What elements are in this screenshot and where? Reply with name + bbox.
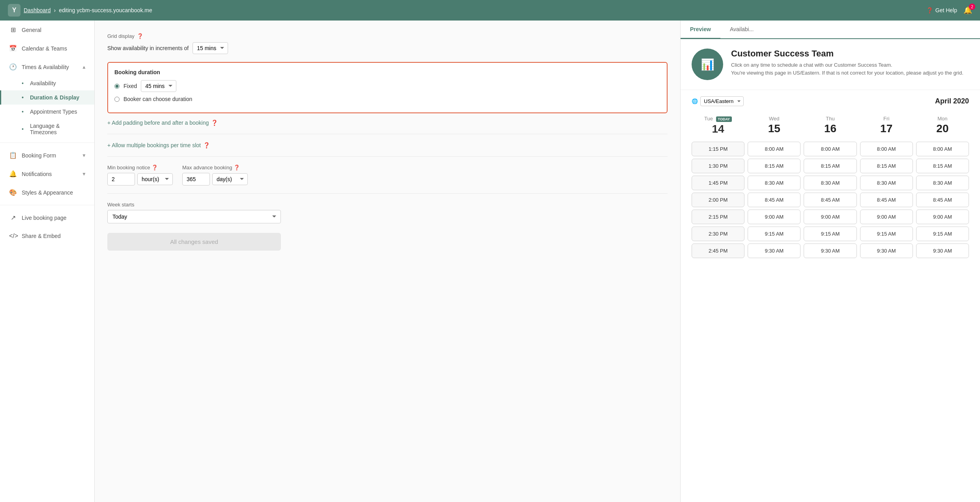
sidebar-sub-label: Duration & Display [30,94,79,101]
timezone-select[interactable]: USA/Eastern [700,96,744,106]
add-padding-help-icon[interactable]: ❓ [211,120,218,126]
time-slot[interactable]: 8:45 AM [748,193,800,207]
time-slot[interactable]: 8:45 AM [860,193,913,207]
calendar-header: 🌐 USA/Eastern April 2020 [681,90,980,112]
fixed-radio[interactable] [114,84,120,89]
sidebar-item-label: Booking Form [22,152,56,159]
grid-increment-select[interactable]: 15 mins 5 mins 10 mins 20 mins 30 mins 4… [193,42,228,54]
time-slot[interactable]: 1:45 PM [692,176,744,190]
sidebar-item-duration-display[interactable]: Duration & Display [0,90,94,105]
topnav-logo[interactable]: Y [8,4,21,17]
day-header-0: Tue TODAY 14 [692,112,744,139]
time-slot[interactable]: 8:30 AM [916,176,969,190]
sidebar-item-language-timezones[interactable]: Language & Timezones [0,119,94,139]
sidebar-item-calendar-teams[interactable]: 📅 Calendar & Teams [0,39,94,58]
breadcrumb-dashboard[interactable]: Dashboard [24,7,51,13]
time-slot[interactable]: 9:15 AM [916,227,969,241]
chevron-down-icon: ▼ [82,171,86,177]
max-advance-input[interactable] [182,173,210,185]
sidebar-item-availability[interactable]: Availability [0,76,94,90]
time-slot[interactable]: 2:00 PM [692,193,744,207]
week-starts-select[interactable]: Today Sunday Monday Tuesday Wednesday Th… [107,210,281,223]
calendar-cols: 1:15 PM 1:30 PM 1:45 PM 2:00 PM 2:15 PM … [692,142,969,258]
time-slot[interactable]: 9:30 AM [860,244,913,258]
time-slot[interactable]: 9:15 AM [804,227,857,241]
time-slot[interactable]: 8:15 AM [916,159,969,173]
team-name: Customer Success Team [731,49,963,59]
preview-panel: Preview Availabi... 📊 Customer Success T… [680,21,980,502]
time-slot[interactable]: 8:00 AM [916,142,969,156]
fixed-label: Fixed [123,83,137,89]
sidebar-item-live-booking[interactable]: ↗ Live booking page [0,208,94,227]
booker-choose-row: Booker can choose duration [114,96,660,102]
time-slot[interactable]: 8:45 AM [804,193,857,207]
time-slot[interactable]: 8:30 AM [804,176,857,190]
sidebar-item-label: Notifications [22,171,52,177]
sidebar-item-notifications[interactable]: 🔔 Notifications ▼ [0,165,94,183]
time-slot[interactable]: 9:00 AM [804,210,857,224]
time-slot[interactable]: 8:15 AM [804,159,857,173]
time-slot[interactable]: 8:30 AM [748,176,800,190]
time-slot[interactable]: 2:15 PM [692,210,744,224]
bell-icon: 🔔 [9,170,17,178]
max-advance-unit-select[interactable]: day(s) hour(s) week(s) [212,173,248,185]
time-slot[interactable]: 8:45 AM [916,193,969,207]
time-slot[interactable]: 9:00 AM [748,210,800,224]
time-slot[interactable]: 8:00 AM [748,142,800,156]
duration-select[interactable]: 45 mins 15 mins 20 mins 30 mins 60 mins … [141,80,176,92]
sidebar-item-times-availability[interactable]: 🕐 Times & Availability ▲ [0,58,94,76]
chevron-down-icon: ▼ [82,153,86,158]
allow-multiple-label: + Allow multiple bookings per time slot [107,142,201,148]
day-name-0: Tue TODAY [692,116,744,122]
help-button[interactable]: ❓ Get Help [926,7,957,13]
day-col-4: 8:00 AM 8:15 AM 8:30 AM 8:45 AM 9:00 AM … [916,142,969,258]
min-booking-unit-select[interactable]: hour(s) day(s) week(s) [137,173,173,185]
tab-preview[interactable]: Preview [681,21,720,39]
allow-multiple-button[interactable]: + Allow multiple bookings per time slot … [107,142,210,148]
day-num-3: 17 [860,122,913,135]
booking-duration-title: Booking duration [114,69,660,75]
time-slot[interactable]: 9:30 AM [916,244,969,258]
sidebar-item-styles-appearance[interactable]: 🎨 Styles & Appearance [0,183,94,202]
time-slot[interactable]: 8:00 AM [804,142,857,156]
week-starts-group: Week starts Today Sunday Monday Tuesday … [107,202,668,223]
sidebar-item-general[interactable]: ⊞ General [0,21,94,39]
team-desc-line2: You're viewing this page in US/Eastern. … [731,69,963,77]
main-layout: ⊞ General 📅 Calendar & Teams 🕐 Times & A… [0,21,980,502]
max-advance-help-icon[interactable]: ❓ [234,165,240,170]
time-slot[interactable]: 2:45 PM [692,244,744,258]
save-button[interactable]: All changes saved [107,233,281,251]
max-advance-label: Max advance booking ❓ [182,165,248,170]
time-slot[interactable]: 9:00 AM [860,210,913,224]
booker-choose-radio[interactable] [114,97,120,102]
time-slot[interactable]: 9:30 AM [748,244,800,258]
day-num-2: 16 [804,122,857,135]
allow-multiple-help-icon[interactable]: ❓ [203,142,210,148]
min-booking-input[interactable] [107,173,135,185]
time-slot[interactable]: 9:30 AM [804,244,857,258]
sidebar-item-share-embed[interactable]: </> Share & Embed [0,227,94,245]
time-slot[interactable]: 9:15 AM [860,227,913,241]
sidebar-item-appointment-types[interactable]: Appointment Types [0,105,94,119]
grid-display-help-icon[interactable]: ❓ [137,33,143,39]
notifications-bell[interactable]: 🔔 2 [963,6,972,15]
min-booking-help-icon[interactable]: ❓ [151,165,158,170]
add-padding-button[interactable]: + Add padding before and after a booking… [107,120,218,126]
day-header-3: Fri 17 [860,112,913,139]
tab-available[interactable]: Availabi... [720,21,763,39]
add-padding-section: + Add padding before and after a booking… [107,120,668,126]
time-slot[interactable]: 8:30 AM [860,176,913,190]
time-slot[interactable]: 1:15 PM [692,142,744,156]
time-slot[interactable]: 9:00 AM [916,210,969,224]
sidebar-divider [0,142,94,143]
time-slot[interactable]: 2:30 PM [692,227,744,241]
sidebar: ⊞ General 📅 Calendar & Teams 🕐 Times & A… [0,21,95,502]
time-slot[interactable]: 1:30 PM [692,159,744,173]
time-slot[interactable]: 8:15 AM [748,159,800,173]
calendar-grid: Tue TODAY 14 Wed 15 Thu 16 Fri 17 Mon [681,112,980,268]
time-slot[interactable]: 9:15 AM [748,227,800,241]
time-slot[interactable]: 8:00 AM [860,142,913,156]
sidebar-item-booking-form[interactable]: 📋 Booking Form ▼ [0,146,94,165]
calendar-days-header: Tue TODAY 14 Wed 15 Thu 16 Fri 17 Mon [692,112,969,139]
time-slot[interactable]: 8:15 AM [860,159,913,173]
